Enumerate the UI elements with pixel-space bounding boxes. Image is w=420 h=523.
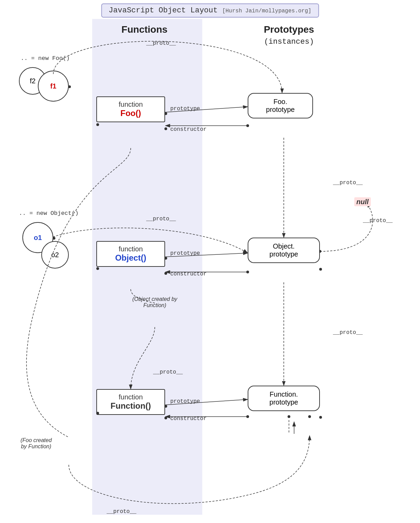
foo-created-label: (Foo createdby Function): [7, 437, 65, 450]
svg-text:__proto__: __proto__: [333, 330, 363, 336]
obj-box-proto-dot: [164, 257, 167, 260]
foo-box-proto-dot: [164, 112, 167, 115]
title-text: JavaScript Object Layout: [109, 6, 218, 15]
foo-name: Foo(): [104, 108, 158, 118]
foo-box-ctor-dot: [164, 127, 167, 130]
proto-box-foo: Foo.prototype: [248, 93, 313, 118]
obj-proto-ctor-dot: [319, 268, 322, 271]
svg-point-24: [246, 415, 249, 418]
title-attribution: [Hursh Jain/mollypages.org]: [222, 8, 311, 14]
fn-keyword: function: [104, 393, 158, 401]
col-functions-header: Functions: [110, 24, 179, 35]
o1-dot: [53, 237, 55, 240]
svg-point-27: [308, 415, 311, 418]
foo-new-label: .. = new Foo(): [21, 55, 70, 62]
fn-name: Function(): [104, 401, 158, 411]
svg-point-14: [246, 271, 249, 273]
svg-point-26: [288, 415, 290, 418]
o2-circle: o2: [41, 241, 69, 269]
svg-point-6: [246, 124, 249, 127]
svg-text:__proto__: __proto__: [363, 218, 393, 224]
f1-dot: [68, 85, 71, 88]
proto-box-function: Function.prototype: [248, 386, 320, 411]
svg-text:__proto__: __proto__: [333, 180, 363, 186]
obj-box-bottom-dot: [96, 267, 99, 270]
fn-box-bottom-dot: [96, 412, 99, 415]
obj-name: Object(): [104, 253, 158, 263]
foo-box-bottom-dot: [96, 123, 99, 126]
foo-keyword: function: [104, 101, 158, 108]
obj-keyword: function: [104, 245, 158, 253]
proto-box-object: Object.prototype: [248, 238, 320, 263]
func-box-object: function Object(): [96, 241, 165, 267]
obj-new-label: .. = new Object(): [19, 210, 78, 217]
f1-circle: f1: [38, 71, 69, 102]
func-box-foo: function Foo(): [96, 96, 165, 122]
fn-box-ctor-dot: [164, 417, 167, 419]
main-container: { "title": { "text": "JavaScript Object …: [0, 0, 420, 523]
blue-column: [92, 19, 202, 515]
title-bar: JavaScript Object Layout [Hursh Jain/mol…: [101, 3, 319, 18]
col-prototypes-header: Prototypes (instances): [241, 24, 337, 46]
obj-box-ctor-dot: [164, 272, 167, 275]
obj-created-label: (Object created byFunction): [120, 296, 189, 308]
fn-proto-ctor-dot: [319, 416, 322, 419]
func-box-function: function Function(): [96, 389, 165, 415]
fn-box-proto-dot: [164, 405, 167, 408]
null-label: null: [354, 198, 371, 206]
